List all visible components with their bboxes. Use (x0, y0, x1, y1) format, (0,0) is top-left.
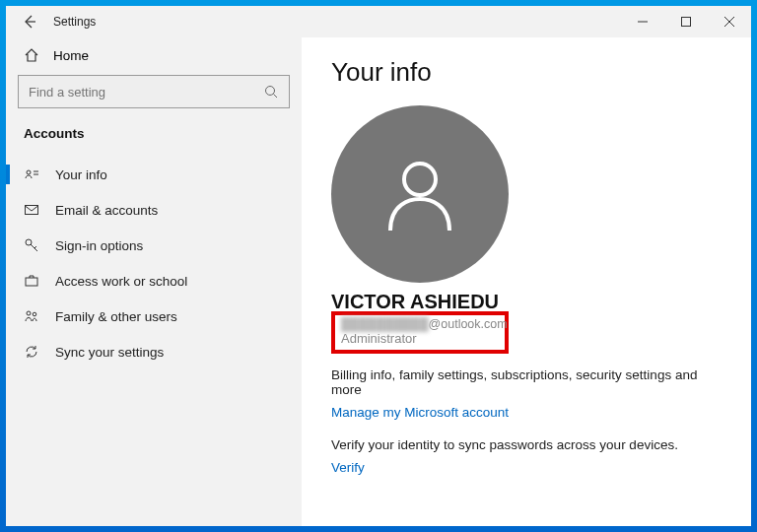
body: Home Accounts Your info Email & acco (6, 37, 751, 526)
minimize-button[interactable] (621, 6, 664, 37)
briefcase-icon (24, 273, 39, 289)
home-label: Home (53, 48, 89, 63)
avatar (331, 105, 509, 283)
person-icon (376, 150, 464, 238)
search-input[interactable] (29, 85, 263, 100)
person-card-icon (24, 166, 39, 182)
search-icon (263, 84, 279, 100)
page-heading: Your info (331, 57, 722, 88)
nav-sync-settings[interactable]: Sync your settings (18, 334, 290, 369)
nav-label: Sync your settings (55, 345, 164, 360)
key-icon (24, 237, 39, 253)
mail-icon (24, 202, 39, 218)
titlebar: Settings (6, 6, 751, 37)
nav-family-users[interactable]: Family & other users (18, 299, 290, 334)
main-content: Your info VICTOR ASHIEDU ██████████@outl… (302, 37, 751, 526)
svg-rect-1 (682, 18, 691, 27)
billing-info-text: Billing info, family settings, subscript… (331, 367, 722, 397)
nav-label: Family & other users (55, 309, 177, 324)
verify-text: Verify your identity to sync passwords a… (331, 437, 722, 452)
nav-label: Access work or school (55, 274, 187, 289)
svg-rect-11 (26, 278, 37, 286)
window-title: Settings (53, 15, 96, 29)
svg-point-4 (266, 87, 275, 96)
settings-window: Settings Home Accounts (6, 6, 751, 526)
people-icon (24, 308, 39, 324)
nav-label: Email & accounts (55, 203, 158, 218)
account-email: ██████████@outlook.com (341, 317, 499, 331)
sidebar: Home Accounts Your info Email & acco (6, 37, 302, 526)
svg-point-13 (33, 312, 36, 316)
svg-point-12 (27, 311, 31, 315)
svg-point-14 (404, 164, 436, 195)
maximize-button[interactable] (664, 6, 708, 37)
close-button[interactable] (708, 6, 751, 37)
nav-signin-options[interactable]: Sign-in options (18, 228, 290, 263)
account-role: Administrator (341, 331, 499, 346)
manage-account-link[interactable]: Manage my Microsoft account (331, 405, 509, 420)
nav-label: Sign-in options (55, 238, 143, 253)
back-button[interactable] (6, 6, 53, 37)
window-controls (621, 6, 751, 37)
nav-email-accounts[interactable]: Email & accounts (18, 192, 290, 228)
category-header: Accounts (18, 124, 290, 157)
home-button[interactable]: Home (18, 41, 290, 75)
nav-access-work-school[interactable]: Access work or school (18, 263, 290, 299)
highlight-box: ██████████@outlook.com Administrator (331, 311, 509, 354)
nav-label: Your info (55, 167, 107, 182)
svg-line-5 (274, 95, 278, 99)
home-icon (24, 47, 39, 63)
verify-link[interactable]: Verify (331, 460, 365, 475)
nav-your-info[interactable]: Your info (18, 157, 290, 192)
svg-point-6 (27, 170, 31, 174)
sync-icon (24, 344, 39, 360)
svg-rect-9 (26, 206, 38, 215)
username: VICTOR ASHIEDU (331, 291, 722, 313)
search-box[interactable] (18, 75, 290, 108)
